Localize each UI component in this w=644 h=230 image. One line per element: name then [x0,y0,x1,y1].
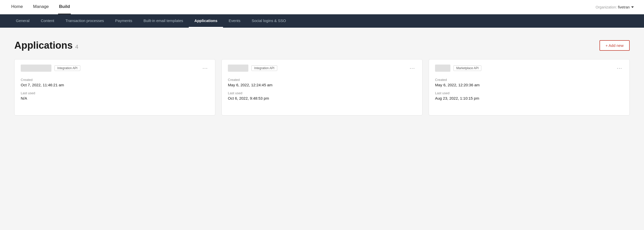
page-title: Applications [14,40,73,51]
card-last-used-value-1: Oct 6, 2022, 9:48:53 pm [228,96,416,100]
secondary-nav-payments[interactable]: Payments [109,14,138,28]
application-card-1: Integration API ··· Created May 6, 2022,… [221,59,423,116]
secondary-nav: General Content Transaction processes Pa… [0,14,644,28]
card-badge-2: Marketplace API [453,65,481,71]
org-selector[interactable]: Organization: fivetran [596,5,634,9]
nav-item-manage[interactable]: Manage [32,0,50,14]
secondary-nav-email-templates[interactable]: Built-in email templates [138,14,189,28]
page-header: Applications 4 + Add new [14,40,630,51]
card-menu-button-2[interactable]: ··· [616,66,623,71]
org-chevron-icon [631,6,634,8]
org-name[interactable]: fivetran [618,5,630,9]
card-header-1: Integration API ··· [228,65,416,72]
secondary-nav-general[interactable]: General [10,14,35,28]
card-last-used-label-2: Last used [435,91,623,95]
application-card-2: Marketplace API ··· Created May 6, 2022,… [429,59,630,116]
secondary-nav-transaction-processes[interactable]: Transaction processes [60,14,109,28]
card-header-2: Marketplace API ··· [435,65,623,72]
card-last-used-value-2: Aug 23, 2022, 1:10:15 pm [435,96,623,100]
card-created-value-0: Oct 7, 2022, 11:46:21 am [21,83,209,87]
card-badge-0: Integration API [54,65,80,71]
card-created-value-1: May 6, 2022, 12:24:45 am [228,83,416,87]
card-last-used-label-1: Last used [228,91,416,95]
card-created-label-0: Created [21,78,209,82]
application-card-0: Integration API ··· Created Oct 7, 2022,… [14,59,215,116]
card-last-used-label-0: Last used [21,91,209,95]
card-last-used-value-0: N/A [21,96,209,100]
card-created-label-2: Created [435,78,623,82]
card-created-label-1: Created [228,78,416,82]
build-indicator-arrow [76,14,81,17]
nav-item-build[interactable]: Build [58,0,71,14]
card-menu-button-0[interactable]: ··· [202,66,209,71]
page-content: Applications 4 + Add new Integration API… [0,28,644,128]
org-label: Organization: [596,5,617,9]
nav-item-home[interactable]: Home [10,0,24,14]
page-title-group: Applications 4 [14,40,78,51]
card-menu-button-1[interactable]: ··· [409,66,416,71]
top-nav-left: Home Manage Build [10,0,71,14]
card-logo-2 [435,65,450,72]
card-logo-1 [228,65,248,72]
add-new-button[interactable]: + Add new [599,40,630,51]
secondary-nav-events[interactable]: Events [223,14,246,28]
card-header-0: Integration API ··· [21,65,209,72]
secondary-nav-social-logins[interactable]: Social logins & SSO [246,14,292,28]
page-count: 4 [75,44,78,50]
card-created-value-2: May 6, 2022, 12:20:36 am [435,83,623,87]
card-logo-0 [21,65,51,72]
cards-grid: Integration API ··· Created Oct 7, 2022,… [14,59,630,116]
secondary-nav-applications[interactable]: Applications [189,14,223,28]
card-badge-1: Integration API [251,65,277,71]
secondary-nav-content[interactable]: Content [35,14,60,28]
top-nav: Home Manage Build Organization: fivetran [0,0,644,14]
